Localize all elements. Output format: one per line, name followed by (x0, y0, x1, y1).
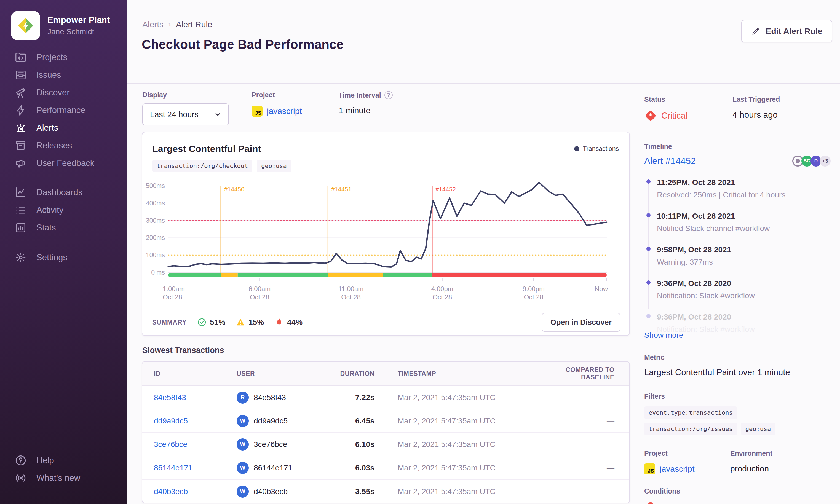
transaction-id-link[interactable]: 86144e171 (154, 464, 237, 472)
timeline-entry: 10:11PM, Oct 28 2021 Notified Slack chan… (644, 212, 830, 246)
chart-tags: transaction:/org/checkout geo:usa (142, 154, 629, 172)
sidebar-item-label: Alerts (36, 123, 58, 133)
svg-text:11:00am: 11:00am (338, 285, 364, 292)
show-more-link[interactable]: Show more (644, 331, 683, 340)
col-id: ID (154, 370, 237, 377)
sidebar-item-label: Activity (36, 205, 64, 215)
metric-label: Metric (644, 354, 830, 361)
warning-triangle-icon (236, 318, 245, 327)
stats-icon (14, 221, 27, 234)
sidebar-item-label: Discover (36, 88, 70, 97)
timeline-dot-icon (646, 314, 650, 318)
performance-icon (14, 104, 27, 116)
svg-text:200ms: 200ms (146, 234, 165, 241)
svg-text:4:00pm: 4:00pm (431, 285, 453, 292)
sidebar-item-label: Projects (36, 52, 67, 62)
last-triggered-value: 4 hours ago (732, 110, 780, 120)
alert-number-link[interactable]: Alert #14452 (644, 156, 696, 166)
svg-text:400ms: 400ms (146, 200, 165, 207)
org-logo-icon (11, 11, 40, 40)
sidebar: Empower Plant Jane Schmidt Projects Issu… (0, 0, 127, 504)
releases-icon (14, 139, 27, 152)
help-tooltip-icon[interactable]: ? (385, 91, 393, 99)
chart-legend[interactable]: Transactions (574, 145, 619, 152)
chart-summary-bar: SUMMARY 51% 15% 44% Open in Discover (142, 309, 629, 335)
transaction-id-link[interactable]: d40b3ecb (154, 487, 237, 496)
transaction-id-link[interactable]: dd9a9dc5 (154, 417, 237, 426)
javascript-project-icon: JS (644, 464, 655, 474)
breadcrumb: Alerts › Alert Rule (142, 20, 212, 29)
timeline-entry: 11:25PM, Oct 28 2021 Resolved: 250ms | C… (644, 178, 830, 212)
sidebar-item-label: User Feedback (36, 158, 94, 168)
user-avatar: R (237, 392, 249, 403)
chart-title: Largest Contentful Paint (152, 143, 261, 154)
chevron-down-icon (214, 111, 222, 118)
condition-title: Critical above 300ms (662, 502, 744, 504)
project-link[interactable]: javascript (267, 106, 302, 116)
display-select[interactable]: Last 24 hours (142, 103, 229, 125)
lcp-line-chart[interactable]: 500ms400ms300ms200ms100ms0 ms1:00amOct 2… (142, 174, 629, 301)
sidebar-item-activity[interactable]: Activity (0, 201, 127, 219)
svg-text:Oct 28: Oct 28 (341, 293, 361, 301)
sidebar-item-help[interactable]: Help (0, 452, 127, 469)
sidebar-item-stats[interactable]: Stats (0, 219, 127, 237)
col-duration: DURATION (328, 370, 375, 377)
svg-text:Oct 28: Oct 28 (163, 293, 182, 301)
timeline-dot-icon (646, 247, 650, 251)
timeline-entry: 9:58PM, Oct 28 2021 Warning: 377ms (644, 246, 830, 279)
flame-icon (274, 318, 284, 327)
app-window: Empower Plant Jane Schmidt Projects Issu… (0, 0, 840, 504)
svg-text:Oct 28: Oct 28 (250, 293, 269, 301)
breadcrumb-separator: › (168, 20, 171, 29)
issues-icon (14, 69, 27, 81)
dashboards-icon (14, 186, 27, 199)
gear-icon (14, 251, 27, 264)
sidebar-item-releases[interactable]: Releases (0, 137, 127, 155)
timeline-label: Timeline (644, 143, 830, 150)
sidebar-item-dashboards[interactable]: Dashboards (0, 184, 127, 201)
environment-value: production (730, 464, 772, 473)
sidebar-item-projects[interactable]: Projects (0, 49, 127, 66)
summary-label: SUMMARY (152, 319, 187, 326)
user-avatar: W (237, 486, 249, 498)
table-row: d40b3ecb Wd40b3ecb 3.55s Mar 2, 2021 5:4… (142, 480, 629, 503)
metric-value: Largest Contentful Paint over 1 minute (644, 367, 830, 377)
transaction-id-link[interactable]: 3ce76bce (154, 440, 237, 449)
sidebar-item-settings[interactable]: Settings (0, 249, 127, 266)
projects-icon (14, 51, 27, 64)
timeline-entry: 9:36PM, Oct 28 2020 Notification: Slack … (644, 279, 830, 313)
filter-chip: geo:usa (741, 423, 775, 435)
project-panel-label: Project (644, 449, 730, 457)
sidebar-item-user-feedback[interactable]: User Feedback (0, 155, 127, 172)
status-badge: Critical (644, 109, 732, 122)
conditions-label: Conditions (644, 487, 830, 495)
sidebar-item-label: Help (36, 455, 54, 465)
chart-card: Largest Contentful Paint Transactions tr… (142, 132, 630, 336)
sidebar-item-discover[interactable]: Discover (0, 84, 127, 102)
svg-text:100ms: 100ms (146, 251, 165, 258)
sidebar-item-issues[interactable]: Issues (0, 66, 127, 84)
project-label: Project (251, 91, 316, 99)
sidebar-item-performance[interactable]: Performance (0, 102, 127, 119)
project-panel-link[interactable]: javascript (660, 464, 695, 474)
timeline-section: Timeline Alert #14452 SC D +3 11:25PM, O… (644, 143, 830, 340)
transaction-id-link[interactable]: 84e58f43 (154, 393, 237, 402)
open-in-discover-button[interactable]: Open in Discover (542, 313, 621, 332)
environment-label: Environment (730, 449, 772, 457)
help-icon (14, 454, 27, 467)
svg-text:300ms: 300ms (146, 217, 165, 224)
sidebar-item-alerts[interactable]: Alerts (0, 119, 127, 137)
discover-icon (14, 86, 27, 99)
sidebar-item-whats-new[interactable]: What's new (0, 469, 127, 487)
user-avatar: W (237, 415, 249, 427)
broadcast-icon (14, 472, 27, 484)
edit-alert-rule-button[interactable]: Edit Alert Rule (741, 20, 832, 42)
breadcrumb-alerts-link[interactable]: Alerts (142, 20, 163, 29)
summary-healthy: 51% (197, 318, 225, 327)
org-switcher[interactable]: Empower Plant Jane Schmidt (0, 0, 127, 40)
svg-text:0 ms: 0 ms (151, 269, 165, 276)
svg-text:Oct 28: Oct 28 (432, 293, 452, 301)
filters-label: Filters (644, 392, 830, 400)
critical-diamond-icon (644, 109, 657, 122)
sidebar-item-label: What's new (36, 473, 80, 483)
